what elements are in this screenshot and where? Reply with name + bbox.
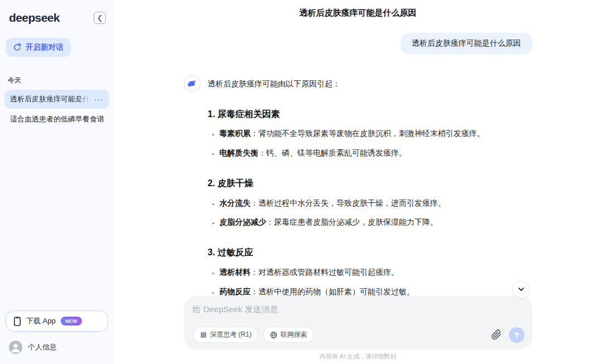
collapse-sidebar-button[interactable]: ❮ bbox=[94, 12, 106, 24]
scroll-to-bottom-button[interactable] bbox=[512, 280, 530, 298]
user-message-bubble: 透析后皮肤瘙痒可能是什么原因 bbox=[401, 33, 532, 54]
assistant-message-row: 透析后皮肤瘙痒可能由以下原因引起： 1. 尿毒症相关因素 毒素积累：肾功能不全导… bbox=[184, 74, 532, 296]
section-heading: 2. 皮肤干燥 bbox=[208, 177, 532, 191]
assistant-message-content: 透析后皮肤瘙痒可能由以下原因引起： 1. 尿毒症相关因素 毒素积累：肾功能不全导… bbox=[208, 74, 532, 296]
bullet-item: 药物反应：透析中使用的药物（如肝素）可能引发过敏。 bbox=[220, 286, 532, 296]
web-search-label: 联网搜索 bbox=[280, 330, 307, 339]
arrow-up-icon bbox=[513, 331, 521, 339]
download-app-label: 下载 App bbox=[26, 316, 56, 326]
composer-area: 深度思考 (R1) 联网搜索 bbox=[114, 296, 602, 364]
deep-think-toggle[interactable]: 深度思考 (R1) bbox=[193, 327, 259, 343]
bullet-item: 水分流失：透析过程中水分丢失，导致皮肤干燥，进而引发瘙痒。 bbox=[220, 197, 532, 210]
chat-item-more-button[interactable]: ··· bbox=[92, 95, 104, 103]
bullet-list: 水分流失：透析过程中水分丢失，导致皮肤干燥，进而引发瘙痒。 皮脂分泌减少：尿毒症… bbox=[208, 197, 532, 229]
sidebar-chat-item-active[interactable]: 透析后皮肤瘙痒可能是什么原因 ··· bbox=[4, 90, 109, 109]
user-avatar-icon bbox=[9, 341, 22, 354]
web-search-toggle[interactable]: 联网搜索 bbox=[263, 327, 314, 343]
bullet-list: 毒素积累：肾功能不全导致尿素等废物在皮肤沉积，刺激神经末梢引发瘙痒。 电解质失衡… bbox=[208, 128, 532, 159]
section-heading: 3. 过敏反应 bbox=[208, 246, 532, 260]
attach-file-button[interactable] bbox=[489, 329, 504, 340]
bullet-item: 皮脂分泌减少：尿毒症患者皮脂分泌减少，皮肤保湿能力下降。 bbox=[220, 216, 532, 229]
composer-controls: 深度思考 (R1) 联网搜索 bbox=[193, 327, 525, 343]
sidebar-header: deepseek ❮ bbox=[0, 0, 114, 28]
chat-item-title: 适合血透患者的低磷早餐食谱 bbox=[10, 114, 104, 124]
main-panel: 透析后皮肤瘙痒可能是什么原因 透析后皮肤瘙痒可能是什么原因 透析后皮肤瘙痒可能由… bbox=[114, 0, 602, 364]
chat-scroll-area[interactable]: 透析后皮肤瘙痒可能是什么原因 透析后皮肤瘙痒可能由以下原因引起： 1. 尿毒症相… bbox=[114, 26, 602, 296]
new-chat-button[interactable]: 开启新对话 bbox=[6, 38, 71, 57]
new-badge: NEW bbox=[61, 317, 82, 326]
globe-icon bbox=[270, 331, 278, 339]
bullet-list: 透析材料：对透析器或管路材料过敏可能引起瘙痒。 药物反应：透析中使用的药物（如肝… bbox=[208, 266, 532, 296]
sidebar: deepseek ❮ 开启新对话 今天 透析后皮肤瘙痒可能是什么原因 ··· 适… bbox=[0, 0, 114, 364]
bullet-item: 透析材料：对透析器或管路材料过敏可能引起瘙痒。 bbox=[220, 266, 532, 279]
section-heading: 1. 尿毒症相关因素 bbox=[208, 108, 532, 122]
paperclip-icon bbox=[491, 329, 502, 340]
deep-think-label: 深度思考 (R1) bbox=[210, 330, 252, 339]
ai-disclaimer: 内容由 AI 生成，请仔细甄别 bbox=[114, 350, 602, 364]
new-chat-icon bbox=[13, 43, 22, 52]
profile-label: 个人信息 bbox=[28, 342, 57, 352]
chevron-down-icon bbox=[517, 285, 525, 293]
deepseek-logo: deepseek bbox=[9, 11, 60, 25]
download-app-button[interactable]: 下载 App NEW bbox=[6, 310, 108, 332]
bullet-item: 毒素积累：肾功能不全导致尿素等废物在皮肤沉积，刺激神经末梢引发瘙痒。 bbox=[220, 128, 532, 140]
atom-icon bbox=[200, 331, 207, 339]
message-composer[interactable]: 深度思考 (R1) 联网搜索 bbox=[184, 296, 532, 350]
sidebar-spacer bbox=[0, 130, 114, 310]
sidebar-chat-item[interactable]: 适合血透患者的低磷早餐食谱 bbox=[4, 110, 109, 129]
assistant-intro: 透析后皮肤瘙痒可能由以下原因引起： bbox=[208, 78, 532, 90]
conversation: 透析后皮肤瘙痒可能是什么原因 透析后皮肤瘙痒可能由以下原因引起： 1. 尿毒症相… bbox=[184, 33, 532, 296]
collapse-sidebar-icon: ❮ bbox=[97, 14, 103, 21]
message-input[interactable] bbox=[193, 304, 525, 314]
chat-item-title: 透析后皮肤瘙痒可能是什么原因 bbox=[10, 94, 92, 104]
conversation-header: 透析后皮肤瘙痒可能是什么原因 bbox=[114, 0, 602, 26]
bullet-item: 电解质失衡：钙、磷、镁等电解质紊乱可能诱发瘙痒。 bbox=[220, 147, 532, 159]
more-dots-icon: ··· bbox=[94, 95, 104, 104]
history-section-label: 今天 bbox=[8, 76, 114, 85]
profile-button[interactable]: 个人信息 bbox=[0, 336, 114, 364]
user-message-row: 透析后皮肤瘙痒可能是什么原因 bbox=[184, 33, 532, 54]
deepseek-whale-icon bbox=[184, 75, 201, 92]
page-title: 透析后皮肤瘙痒可能是什么原因 bbox=[299, 8, 416, 18]
send-button[interactable] bbox=[509, 327, 525, 343]
new-chat-label: 开启新对话 bbox=[26, 42, 64, 52]
phone-icon bbox=[13, 317, 21, 326]
